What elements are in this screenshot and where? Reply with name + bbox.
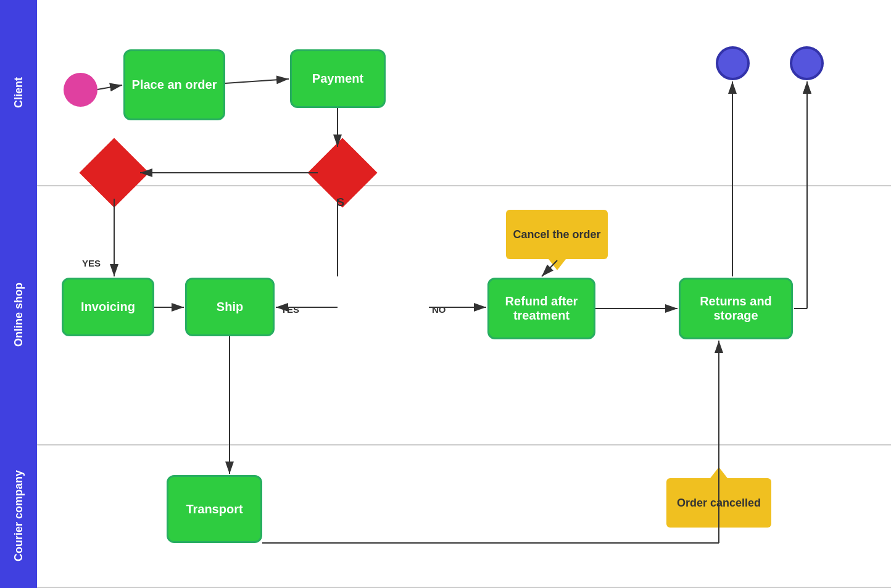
s-label: S — [337, 196, 344, 209]
yes2-label: YES — [281, 304, 299, 315]
end1-node — [716, 46, 750, 80]
returns-storage-node: Returns and storage — [679, 278, 793, 339]
refund-node: Refund after treatment — [487, 278, 595, 339]
invoicing-node: Invoicing — [62, 278, 154, 336]
returns-storage-label: Returns and storage — [681, 294, 791, 323]
diagram-container: Client Online shop Courier company Place… — [0, 0, 891, 588]
cancel-order-label: Cancel the order — [513, 228, 600, 241]
svg-line-2 — [225, 79, 289, 83]
divider-1 — [37, 185, 891, 186]
ship-label: Ship — [217, 300, 243, 314]
invoicing-label: Invoicing — [81, 300, 135, 314]
transport-node: Transport — [167, 475, 262, 543]
divider-2 — [37, 444, 891, 445]
payment-label: Payment — [312, 72, 363, 86]
swimlane-client-label: Client — [12, 77, 25, 108]
swimlane-courier: Courier company — [0, 444, 37, 588]
payment-node: Payment — [290, 49, 386, 108]
diamond1-node — [79, 138, 149, 207]
no1-label: NO — [432, 304, 446, 315]
svg-line-1 — [97, 85, 122, 89]
order-cancelled-node: Order cancelled — [666, 478, 771, 528]
swimlane-client: Client — [0, 0, 37, 185]
cancel-order-node: Cancel the order — [506, 210, 608, 259]
end2-node — [790, 46, 824, 80]
order-cancelled-label: Order cancelled — [677, 497, 761, 510]
swimlane-online-shop: Online shop — [0, 185, 37, 444]
yes1-label: YES — [82, 258, 101, 268]
place-order-node: Place an order — [123, 49, 225, 120]
place-order-label: Place an order — [132, 78, 217, 92]
swimlane-courier-label: Courier company — [12, 470, 25, 561]
start-node — [64, 73, 97, 107]
transport-label: Transport — [186, 502, 242, 516]
refund-label: Refund after treatment — [489, 294, 594, 323]
ship-node: Ship — [185, 278, 275, 336]
swimlane-online-shop-label: Online shop — [12, 283, 25, 347]
